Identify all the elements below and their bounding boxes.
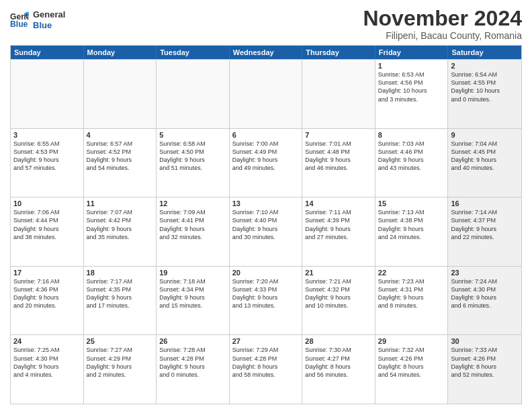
day-number: 28 (305, 337, 372, 345)
cal-cell-21: 21Sunrise: 7:21 AM Sunset: 4:32 PM Dayli… (302, 267, 375, 335)
cal-cell-14: 14Sunrise: 7:11 AM Sunset: 4:39 PM Dayli… (302, 197, 375, 266)
main-title: November 2024 (363, 7, 522, 30)
cal-cell-17: 17Sunrise: 7:16 AM Sunset: 4:36 PM Dayli… (11, 267, 84, 335)
day-info: Sunrise: 7:16 AM Sunset: 4:36 PM Dayligh… (13, 277, 81, 310)
day-number: 13 (232, 199, 300, 208)
day-number: 18 (87, 269, 154, 277)
day-number: 27 (232, 337, 300, 345)
day-info: Sunrise: 7:13 AM Sunset: 4:38 PM Dayligh… (378, 208, 445, 241)
cal-cell-26: 26Sunrise: 7:28 AM Sunset: 4:28 PM Dayli… (157, 335, 230, 404)
header-day-sunday: Sunday (11, 46, 84, 59)
day-number: 11 (87, 199, 154, 208)
cal-cell-9: 9Sunrise: 7:04 AM Sunset: 4:45 PM Daylig… (448, 129, 521, 197)
day-number: 21 (305, 269, 372, 277)
cal-cell-19: 19Sunrise: 7:18 AM Sunset: 4:34 PM Dayli… (157, 267, 230, 335)
day-number: 7 (305, 131, 372, 139)
cal-cell-12: 12Sunrise: 7:09 AM Sunset: 4:41 PM Dayli… (157, 197, 230, 266)
day-number: 24 (13, 337, 81, 345)
cal-cell-30: 30Sunrise: 7:33 AM Sunset: 4:26 PM Dayli… (448, 335, 521, 404)
day-info: Sunrise: 7:11 AM Sunset: 4:39 PM Dayligh… (305, 208, 372, 241)
day-number: 6 (232, 131, 300, 139)
calendar-row-0: 1Sunrise: 6:53 AM Sunset: 4:56 PM Daylig… (11, 59, 521, 128)
day-info: Sunrise: 7:01 AM Sunset: 4:48 PM Dayligh… (305, 140, 372, 173)
day-number: 22 (378, 269, 445, 277)
day-info: Sunrise: 7:28 AM Sunset: 4:28 PM Dayligh… (159, 346, 226, 379)
cal-cell-5: 5Sunrise: 6:58 AM Sunset: 4:50 PM Daylig… (157, 129, 230, 197)
day-info: Sunrise: 7:24 AM Sunset: 4:30 PM Dayligh… (451, 277, 519, 310)
day-info: Sunrise: 6:54 AM Sunset: 4:55 PM Dayligh… (451, 71, 519, 103)
cal-cell-15: 15Sunrise: 7:13 AM Sunset: 4:38 PM Dayli… (375, 197, 449, 266)
header-day-thursday: Thursday (302, 46, 375, 59)
cal-cell-20: 20Sunrise: 7:20 AM Sunset: 4:33 PM Dayli… (230, 267, 303, 335)
cal-cell-empty-0 (11, 60, 84, 128)
day-number: 9 (451, 131, 519, 139)
cal-cell-4: 4Sunrise: 6:57 AM Sunset: 4:52 PM Daylig… (84, 129, 157, 197)
day-number: 25 (87, 337, 154, 345)
calendar: SundayMondayTuesdayWednesdayThursdayFrid… (10, 45, 522, 404)
cal-cell-23: 23Sunrise: 7:24 AM Sunset: 4:30 PM Dayli… (448, 267, 521, 335)
logo-icon: General Blue (10, 11, 29, 30)
day-info: Sunrise: 7:29 AM Sunset: 4:28 PM Dayligh… (232, 346, 300, 379)
cal-cell-11: 11Sunrise: 7:07 AM Sunset: 4:42 PM Dayli… (84, 197, 157, 266)
header-day-saturday: Saturday (448, 46, 521, 59)
cal-cell-6: 6Sunrise: 7:00 AM Sunset: 4:49 PM Daylig… (230, 129, 303, 197)
header-day-friday: Friday (375, 46, 449, 59)
day-info: Sunrise: 7:17 AM Sunset: 4:35 PM Dayligh… (87, 277, 154, 310)
day-number: 15 (378, 199, 445, 208)
day-info: Sunrise: 7:06 AM Sunset: 4:44 PM Dayligh… (13, 208, 81, 241)
logo: General Blue General Blue (10, 9, 65, 30)
cal-cell-10: 10Sunrise: 7:06 AM Sunset: 4:44 PM Dayli… (11, 197, 84, 266)
day-number: 20 (232, 269, 300, 277)
calendar-row-2: 10Sunrise: 7:06 AM Sunset: 4:44 PM Dayli… (11, 197, 521, 266)
calendar-header: SundayMondayTuesdayWednesdayThursdayFrid… (11, 46, 521, 59)
day-number: 29 (378, 337, 445, 345)
day-info: Sunrise: 7:21 AM Sunset: 4:32 PM Dayligh… (305, 277, 372, 310)
calendar-row-4: 24Sunrise: 7:25 AM Sunset: 4:30 PM Dayli… (11, 334, 521, 404)
header-day-tuesday: Tuesday (157, 46, 230, 59)
header-day-wednesday: Wednesday (230, 46, 303, 59)
calendar-row-1: 3Sunrise: 6:55 AM Sunset: 4:53 PM Daylig… (11, 128, 521, 197)
day-info: Sunrise: 7:09 AM Sunset: 4:41 PM Dayligh… (159, 208, 226, 241)
cal-cell-1: 1Sunrise: 6:53 AM Sunset: 4:56 PM Daylig… (375, 60, 449, 128)
subtitle: Filipeni, Bacau County, Romania (363, 30, 522, 41)
cal-cell-29: 29Sunrise: 7:32 AM Sunset: 4:26 PM Dayli… (375, 335, 449, 404)
day-number: 26 (159, 337, 226, 345)
day-info: Sunrise: 7:18 AM Sunset: 4:34 PM Dayligh… (159, 277, 226, 310)
day-number: 12 (159, 199, 226, 208)
cal-cell-2: 2Sunrise: 6:54 AM Sunset: 4:55 PM Daylig… (448, 60, 521, 128)
day-info: Sunrise: 7:20 AM Sunset: 4:33 PM Dayligh… (232, 277, 300, 310)
calendar-row-3: 17Sunrise: 7:16 AM Sunset: 4:36 PM Dayli… (11, 266, 521, 335)
logo-line1: General (33, 9, 65, 20)
logo-line2: Blue (33, 20, 65, 31)
day-number: 1 (378, 62, 445, 70)
day-number: 17 (13, 269, 81, 277)
day-info: Sunrise: 7:03 AM Sunset: 4:46 PM Dayligh… (378, 140, 445, 173)
cal-cell-8: 8Sunrise: 7:03 AM Sunset: 4:46 PM Daylig… (375, 129, 449, 197)
cal-cell-16: 16Sunrise: 7:14 AM Sunset: 4:37 PM Dayli… (448, 197, 521, 266)
day-number: 3 (13, 131, 81, 139)
day-number: 19 (159, 269, 226, 277)
title-block: November 2024 Filipeni, Bacau County, Ro… (363, 7, 522, 41)
day-info: Sunrise: 7:33 AM Sunset: 4:26 PM Dayligh… (451, 346, 519, 379)
day-info: Sunrise: 7:25 AM Sunset: 4:30 PM Dayligh… (13, 346, 81, 379)
cal-cell-28: 28Sunrise: 7:30 AM Sunset: 4:27 PM Dayli… (302, 335, 375, 404)
cal-cell-22: 22Sunrise: 7:23 AM Sunset: 4:31 PM Dayli… (375, 267, 449, 335)
day-info: Sunrise: 6:58 AM Sunset: 4:50 PM Dayligh… (159, 140, 226, 173)
day-info: Sunrise: 7:14 AM Sunset: 4:37 PM Dayligh… (451, 208, 519, 241)
day-info: Sunrise: 7:10 AM Sunset: 4:40 PM Dayligh… (232, 208, 300, 241)
header-day-monday: Monday (84, 46, 157, 59)
day-info: Sunrise: 7:07 AM Sunset: 4:42 PM Dayligh… (87, 208, 154, 241)
day-info: Sunrise: 7:27 AM Sunset: 4:29 PM Dayligh… (87, 346, 154, 379)
page-header: General Blue General Blue November 2024 … (10, 7, 522, 41)
day-number: 14 (305, 199, 372, 208)
day-info: Sunrise: 6:53 AM Sunset: 4:56 PM Dayligh… (378, 71, 445, 103)
day-info: Sunrise: 6:55 AM Sunset: 4:53 PM Dayligh… (13, 140, 81, 173)
day-number: 5 (159, 131, 226, 139)
day-number: 10 (13, 199, 81, 208)
day-number: 23 (451, 269, 519, 277)
svg-text:Blue: Blue (10, 19, 28, 29)
day-info: Sunrise: 7:23 AM Sunset: 4:31 PM Dayligh… (378, 277, 445, 310)
cal-cell-empty-1 (84, 60, 157, 128)
day-info: Sunrise: 7:00 AM Sunset: 4:49 PM Dayligh… (232, 140, 300, 173)
calendar-body: 1Sunrise: 6:53 AM Sunset: 4:56 PM Daylig… (11, 59, 521, 404)
